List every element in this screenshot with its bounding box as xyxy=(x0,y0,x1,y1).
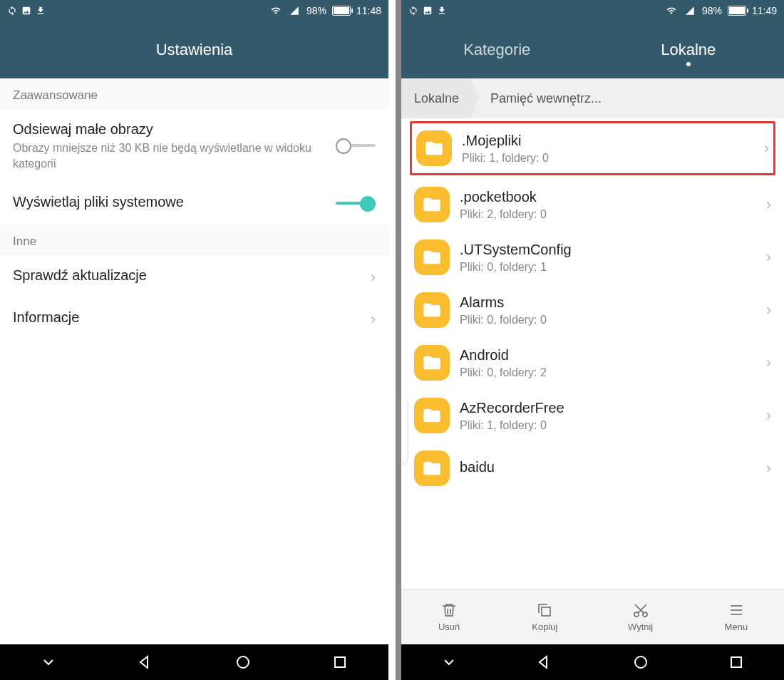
chevron-right-icon: › xyxy=(766,301,771,319)
status-bar: 98% 11:49 xyxy=(401,0,784,21)
folder-icon xyxy=(414,345,450,381)
nav-back[interactable] xyxy=(137,654,154,671)
folder-details: Pliki: 0, foldery: 0 xyxy=(460,314,766,326)
page-title: Ustawienia xyxy=(156,41,233,59)
tab-bar: Kategorie Lokalne xyxy=(401,21,784,78)
nav-home[interactable] xyxy=(632,654,649,671)
folder-name: AzRecorderFree xyxy=(460,400,766,416)
download-icon xyxy=(36,6,46,16)
battery-icon xyxy=(728,6,746,16)
image-icon xyxy=(21,6,31,16)
delete-button[interactable]: Usuń xyxy=(401,589,497,644)
app-title-bar: Ustawienia xyxy=(0,21,388,78)
phone-files: 98% 11:49 Kategorie Lokalne Lokalne Pami… xyxy=(396,0,784,680)
chevron-right-icon: › xyxy=(766,195,771,214)
section-advanced: Zaawansowane xyxy=(0,78,388,110)
svg-rect-6 xyxy=(731,657,741,667)
android-navbar xyxy=(401,644,784,680)
setting-title: Informacje xyxy=(13,309,371,326)
folder-name: baidu xyxy=(460,459,766,475)
wifi-icon xyxy=(665,6,678,16)
setting-title: Wyświetlaj pliki systemowe xyxy=(13,194,336,210)
folder-row[interactable]: .pocketbook Pliki: 2, foldery: 0 › xyxy=(401,178,784,231)
nav-expand[interactable] xyxy=(40,654,57,671)
nav-recent[interactable] xyxy=(331,654,349,671)
folder-name: Android xyxy=(460,347,766,364)
folder-list[interactable]: .Mojepliki Pliki: 1, foldery: 0 › .pocke… xyxy=(401,118,784,589)
nav-expand[interactable] xyxy=(440,654,458,671)
copy-icon xyxy=(536,602,553,619)
battery-percent: 98% xyxy=(306,5,326,16)
battery-percent: 98% xyxy=(702,5,722,16)
chevron-right-icon: › xyxy=(764,139,769,158)
tab-categories[interactable]: Kategorie xyxy=(401,28,593,72)
folder-name: .pocketbook xyxy=(460,189,766,205)
folder-icon xyxy=(414,239,450,275)
chevron-right-icon: › xyxy=(371,310,376,329)
folder-details: Pliki: 1, foldery: 0 xyxy=(460,419,766,432)
toggle-filter-small[interactable] xyxy=(336,138,376,154)
nav-back[interactable] xyxy=(536,654,553,671)
cut-button[interactable]: Wytnij xyxy=(593,589,688,644)
chevron-right-icon: › xyxy=(766,459,771,478)
chevron-right-icon: › xyxy=(766,248,771,267)
breadcrumb: Lokalne Pamięć wewnętrz... xyxy=(401,78,784,118)
setting-information[interactable]: Informacje › xyxy=(0,298,388,340)
image-icon xyxy=(423,6,433,16)
svg-rect-2 xyxy=(542,607,550,616)
setting-check-updates[interactable]: Sprawdź aktualizacje › xyxy=(0,256,388,298)
setting-title: Odsiewaj małe obrazy xyxy=(13,121,336,138)
trash-icon xyxy=(440,602,458,619)
status-time: 11:49 xyxy=(752,5,777,16)
breadcrumb-local[interactable]: Lokalne xyxy=(401,78,472,118)
android-navbar xyxy=(0,644,388,680)
battery-icon xyxy=(332,6,351,16)
signal-icon xyxy=(684,6,696,16)
status-bar: 98% 11:48 xyxy=(0,0,388,21)
folder-icon xyxy=(416,130,452,166)
menu-button[interactable]: Menu xyxy=(688,589,784,644)
sync-icon xyxy=(7,6,17,16)
setting-filter-small-images[interactable]: Odsiewaj małe obrazy Obrazy mniejsze niż… xyxy=(0,110,388,182)
folder-row[interactable]: .Mojepliki Pliki: 1, foldery: 0 › xyxy=(410,121,775,175)
folder-name: Alarms xyxy=(460,294,766,311)
svg-point-5 xyxy=(635,656,646,668)
folder-row[interactable]: AzRecorderFree Pliki: 1, foldery: 0 › xyxy=(401,389,784,442)
menu-icon xyxy=(728,602,745,619)
toggle-show-system[interactable] xyxy=(336,196,376,212)
bottom-toolbar: Usuń Kopiuj Wytnij Menu xyxy=(401,589,784,644)
setting-show-system-files[interactable]: Wyświetlaj pliki systemowe xyxy=(0,182,388,225)
folder-details: Pliki: 0, foldery: 2 xyxy=(460,366,766,379)
folder-icon xyxy=(414,398,450,433)
setting-subtitle: Obrazy mniejsze niż 30 KB nie będą wyświ… xyxy=(13,140,336,171)
breadcrumb-storage[interactable]: Pamięć wewnętrz... xyxy=(472,78,614,118)
chevron-right-icon: › xyxy=(766,406,771,425)
chevron-right-icon: › xyxy=(766,354,771,372)
folder-icon xyxy=(414,450,450,486)
phone-settings: 98% 11:48 Ustawienia Zaawansowane Odsiew… xyxy=(0,0,388,680)
sync-icon xyxy=(408,6,418,16)
folder-row[interactable]: .UTSystemConfig Pliki: 0, foldery: 1 › xyxy=(401,231,784,284)
scissors-icon xyxy=(632,602,649,619)
nav-recent[interactable] xyxy=(728,654,745,671)
svg-rect-1 xyxy=(335,657,345,667)
status-time: 11:48 xyxy=(356,5,381,16)
tab-local[interactable]: Lokalne xyxy=(593,28,785,72)
folder-row[interactable]: Android Pliki: 0, foldery: 2 › xyxy=(401,336,784,389)
section-other: Inne xyxy=(0,225,388,256)
download-icon xyxy=(437,6,447,16)
wifi-icon xyxy=(269,6,282,16)
folder-name: .UTSystemConfig xyxy=(460,242,766,258)
nav-home[interactable] xyxy=(234,654,252,671)
svg-point-0 xyxy=(237,656,249,668)
setting-title: Sprawdź aktualizacje xyxy=(13,267,371,284)
folder-name: .Mojepliki xyxy=(462,133,764,149)
copy-button[interactable]: Kopiuj xyxy=(497,589,592,644)
folder-row[interactable]: baidu › xyxy=(401,442,784,495)
folder-details: Pliki: 0, foldery: 1 xyxy=(460,261,766,274)
signal-icon xyxy=(288,6,301,16)
folder-icon xyxy=(414,292,450,328)
folder-details: Pliki: 1, foldery: 0 xyxy=(462,152,764,165)
folder-details: Pliki: 2, foldery: 0 xyxy=(460,208,766,221)
folder-row[interactable]: Alarms Pliki: 0, foldery: 0 › xyxy=(401,284,784,336)
